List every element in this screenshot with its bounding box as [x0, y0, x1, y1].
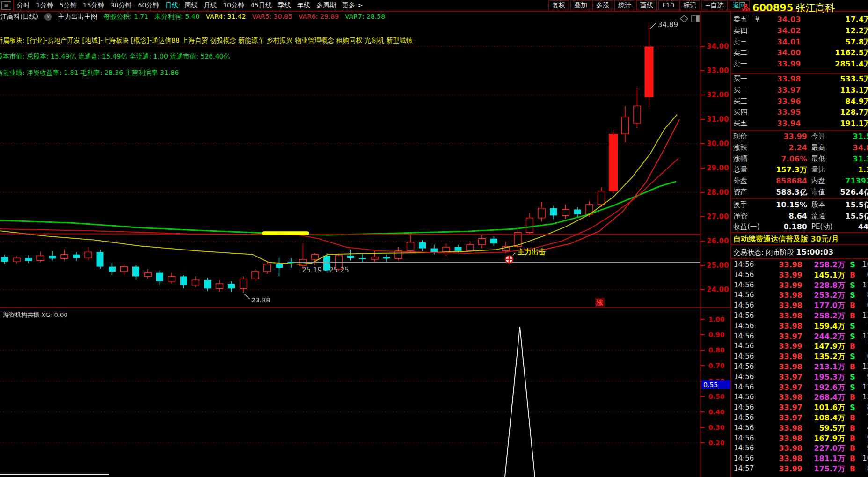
period-tab-13[interactable]: 多周期 — [316, 1, 336, 10]
chevron-down-icon[interactable]: ∨ — [44, 13, 52, 21]
buy-level-label: 买五 — [733, 119, 759, 128]
sub-axis-label: 1.00 — [708, 316, 725, 323]
tool-button-0[interactable]: 复权 — [548, 0, 569, 10]
sell-volume: 57.8万 — [814, 37, 868, 47]
period-tab-3[interactable]: 15分钟 — [83, 1, 104, 10]
sub-axis-label: 0.90 — [708, 331, 725, 338]
sell-volume: 1162.5万 — [814, 48, 868, 58]
tool-menu: 复权叠加多股统计画线F10标记+自选返回 — [548, 0, 750, 10]
tool-button-3[interactable]: 统计 — [614, 0, 635, 10]
price-axis-label: 27.00 — [707, 213, 729, 221]
tool-button-2[interactable]: 多股 — [592, 0, 613, 10]
period-tab-7[interactable]: 周线 — [184, 1, 197, 10]
period-tab-10[interactable]: 45日线 — [250, 1, 272, 10]
period-tab-8[interactable]: 月线 — [204, 1, 217, 10]
tick-price: 33.99 — [760, 464, 802, 473]
quote-label: 资产 — [733, 188, 763, 197]
quote-value: 15.5亿 — [836, 200, 868, 210]
candle-up — [598, 191, 605, 205]
candle-up — [467, 245, 474, 251]
quote-label: 今开 — [811, 132, 839, 141]
tool-button-5[interactable]: F10 — [658, 0, 678, 10]
period-tab-6[interactable]: 日线 — [165, 1, 178, 10]
candle-down — [132, 267, 139, 277]
tick-count: 10 — [854, 260, 868, 269]
tick-time: 14:56 — [734, 434, 759, 442]
chart-header: 张江高科(日线) ∨ 主力出击主图 每股公积: 1.71未分利润: 5.40VA… — [0, 13, 385, 21]
tick-time: 14:56 — [734, 352, 759, 360]
candle-up — [312, 255, 319, 259]
quote-value: 588.3亿 — [762, 188, 807, 198]
period-tab-11[interactable]: 季线 — [278, 1, 291, 10]
tick-volume: 195.3万 — [803, 373, 845, 382]
tool-button-7[interactable]: +自选 — [701, 0, 728, 10]
r500-badge: R 500 — [741, 4, 750, 12]
candle-down — [276, 264, 283, 268]
tick-price: 33.98 — [760, 352, 802, 361]
tick-time: 14:56 — [734, 301, 759, 309]
subscription-banner[interactable]: 自动续费通达信普及版 30元/月 — [733, 235, 839, 244]
candle-down — [490, 239, 497, 243]
layout-grid-icon[interactable]: ▦ — [1, 1, 11, 10]
tool-button-6[interactable]: 标记 — [679, 0, 700, 10]
tick-volume: 147.9万 — [803, 342, 845, 352]
tick-price: 33.97 — [760, 413, 802, 422]
period-tab-5[interactable]: 60分钟 — [138, 1, 160, 10]
tick-price: 33.99 — [760, 281, 802, 290]
tick-count: 11 — [854, 281, 868, 289]
quote-value: 34.8 — [836, 143, 868, 152]
tick-count: 8 — [854, 403, 868, 411]
price-axis-label: 31.00 — [707, 115, 729, 124]
tool-button-4[interactable]: 画线 — [636, 0, 657, 10]
chart-title: 张江高科(日线) — [0, 13, 38, 21]
var-red-flat — [0, 234, 700, 234]
tick-volume: 59.5万 — [803, 424, 845, 433]
indicator-name[interactable]: 主力出击主图 — [58, 13, 97, 21]
period-tab-9[interactable]: 10分钟 — [223, 1, 244, 10]
period-tab-2[interactable]: 5分钟 — [59, 1, 77, 10]
period-tab-1[interactable]: 1分钟 — [36, 1, 53, 10]
quote-label: 总量 — [733, 165, 763, 174]
tick-volume: 213.1万 — [803, 362, 845, 372]
sell-volume: 12.2万 — [814, 26, 868, 36]
tick-count: 6 — [854, 271, 868, 279]
tick-count: 4 — [854, 424, 868, 432]
candle-down — [204, 280, 211, 288]
period-tab-0[interactable]: 分时 — [17, 1, 30, 10]
tick-price: 33.98 — [760, 322, 802, 330]
candle-down — [419, 242, 426, 249]
tool-button-1[interactable]: 叠加 — [570, 0, 591, 10]
candle-down — [180, 276, 187, 285]
quote-label: PE(动) — [811, 222, 839, 231]
indicator-field-3: VAR5: 30.85 — [252, 13, 292, 21]
sell-level-label: 卖一 — [733, 59, 759, 68]
tick-time: 14:56 — [734, 393, 759, 401]
candle-down — [228, 284, 235, 288]
indicator-field-4: VAR6: 29.89 — [299, 13, 339, 21]
quote-label: 内盘 — [811, 176, 839, 185]
quote-value: 44. — [836, 222, 868, 231]
buy-price: 33.95 — [767, 108, 810, 117]
quote-value: 10.15% — [762, 200, 807, 209]
ma-green — [0, 182, 676, 235]
candle-up — [13, 258, 20, 262]
quote-value: 0.180 — [762, 222, 807, 231]
quote-label: 净资 — [733, 212, 763, 220]
sub-indicator-label: 游资机构共振 XG: 0.00 — [3, 311, 68, 319]
price-axis-label: 33.00 — [707, 66, 729, 75]
signal-spike — [505, 327, 535, 477]
sell-price: 33.99 — [767, 59, 810, 68]
price-axis-label: 26.00 — [707, 237, 729, 245]
sell-level-label: 卖三 — [733, 37, 759, 46]
tick-volume: 258.2万 — [803, 311, 845, 321]
low-annotation: 23.88 — [251, 296, 270, 304]
tick-count: 9 — [854, 444, 868, 452]
candle-up — [538, 208, 545, 218]
quote-label: 最高 — [811, 143, 839, 152]
period-tab-14[interactable]: 更多 > — [342, 1, 363, 10]
tick-count: 8 — [854, 291, 868, 299]
indicator-values: 每股公积: 1.71未分利润: 5.40VAR4: 31.42VAR5: 30.… — [103, 13, 385, 21]
candle-up — [443, 247, 450, 252]
period-tab-12[interactable]: 年线 — [297, 1, 310, 10]
period-tab-4[interactable]: 30分钟 — [110, 1, 132, 10]
